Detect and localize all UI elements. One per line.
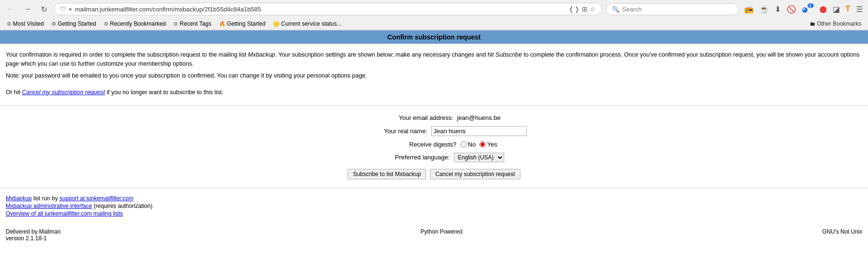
gear-icon-3: ⚙: [104, 21, 109, 27]
nav-bar: ← → ↻ 🛡 ● mailman.junkemailfilter.com/co…: [0, 0, 868, 18]
footer-link-3-row: Overview of all junkemailfilter.com mail…: [6, 210, 862, 217]
digest-label: Receive digests?: [371, 141, 457, 148]
gear-icon-4: ⚙: [173, 21, 178, 27]
search-input[interactable]: [622, 6, 733, 13]
python-powered: Python Powered: [420, 228, 462, 242]
delivered-line1: Delivered by Mailman: [6, 228, 60, 235]
digest-yes-radio[interactable]: [479, 141, 486, 147]
name-label: Your real name:: [342, 128, 428, 135]
bookmark-recently-bookmarked[interactable]: ⚙ Recently Bookmarked: [101, 20, 169, 28]
page-content: Confirm subscription request Your confir…: [0, 30, 868, 244]
search-bar-container: 🔍: [606, 3, 739, 15]
digest-row: Receive digests? No Yes: [371, 141, 498, 148]
bookmark-most-visited-label: Most Visited: [13, 20, 44, 27]
gnu-not-unix: GNU's Not Unix: [822, 228, 862, 242]
button-row: Subscribe to list Mxbackup Cancel my sub…: [348, 169, 520, 179]
cancel-text: Or hit Cancel my subscription request if…: [6, 89, 862, 96]
digest-radio-group: No Yes: [460, 141, 498, 148]
bookmark-recent-tags[interactable]: ⚙ Recent Tags: [170, 20, 214, 28]
firefox-icon: 🔥: [219, 21, 226, 27]
page-header: Confirm subscription request: [0, 30, 868, 44]
search-icon: 🔍: [612, 6, 619, 13]
bookmarks-bar: ⚙ Most Visited ⚙ Getting Started ⚙ Recen…: [0, 18, 868, 30]
address-bar-icons: ❬❭ ⊞ ☆: [569, 5, 596, 13]
divider-top: [0, 105, 868, 106]
browser-chrome: ← → ↻ 🛡 ● mailman.junkemailfilter.com/co…: [0, 0, 868, 30]
security-icon: 🛡: [60, 6, 66, 12]
subscribe-button[interactable]: Subscribe to list Mxbackup: [348, 169, 426, 179]
pocket-icon[interactable]: ☕: [758, 3, 770, 15]
extension-badge-icon[interactable]: ◕1: [800, 4, 815, 15]
bookmark-getting-started-1-label: Getting Started: [58, 20, 96, 27]
digest-no-radio[interactable]: [460, 141, 467, 147]
cancel-link-top[interactable]: Cancel my subscription request: [22, 89, 105, 96]
lang-select[interactable]: English (USA) French German Spanish: [454, 153, 504, 162]
footer-bottom: Delivered by Mailman version 2.1.18-1 Py…: [0, 226, 868, 244]
back-button[interactable]: ←: [4, 4, 17, 14]
address-bar[interactable]: 🛡 ● mailman.junkemailfilter.com/confirm/…: [54, 3, 602, 15]
email-value: jean@huens.be: [457, 114, 500, 121]
lang-label: Preferred language:: [364, 154, 450, 161]
delivered-info: Delivered by Mailman version 2.1.18-1: [6, 228, 60, 242]
gear-icon-2: ⚙: [51, 21, 56, 27]
bookmark-current-service[interactable]: 🟡 Current service status...: [270, 20, 344, 28]
email-label: Your email address:: [368, 114, 453, 121]
digest-yes-label: Yes: [479, 141, 497, 148]
support-link[interactable]: support at junkemailfilter.com: [60, 195, 133, 202]
orange-icon: 🟡: [273, 21, 279, 27]
footer-links: Mxbackup list run by support at junkemai…: [6, 195, 862, 217]
page-footer: Mxbackup list run by support at junkemai…: [0, 192, 868, 221]
name-row: Your real name:: [342, 126, 527, 136]
form-section: Your email address: jean@huens.be Your r…: [0, 109, 868, 184]
code-icon[interactable]: ❬❭: [569, 5, 580, 13]
overview-link[interactable]: Overview of all junkemailfilter.com mail…: [6, 210, 123, 217]
intro-paragraph: Your confirmation is required in order t…: [6, 50, 862, 69]
extension-red-icon[interactable]: ⬤: [818, 4, 828, 14]
folder-icon: 🖿: [810, 20, 816, 27]
star-icon[interactable]: ☆: [589, 5, 596, 13]
note-text: Note: your password will be emailed to y…: [6, 72, 862, 79]
reload-button[interactable]: ↻: [38, 4, 50, 15]
email-row: Your email address: jean@huens.be: [368, 114, 500, 121]
admin-link[interactable]: Mxbackup administrative interface: [6, 203, 92, 209]
forward-button[interactable]: →: [21, 4, 34, 14]
name-input[interactable]: [431, 126, 527, 136]
cancel-subscription-button[interactable]: Cancel my subscription request: [430, 169, 520, 179]
footer-link-1-row: Mxbackup list run by support at junkemai…: [6, 195, 862, 202]
bookmark-current-service-label: Current service status...: [281, 20, 341, 27]
site-icon: ●: [69, 6, 72, 12]
other-bookmarks[interactable]: 🖿 Other Bookmarks: [807, 20, 864, 28]
mxbackup-link[interactable]: Mxbackup: [6, 195, 32, 202]
grid-icon[interactable]: ⊞: [582, 5, 588, 13]
bookmark-recently-bookmarked-label: Recently Bookmarked: [110, 20, 166, 27]
bookmark-most-visited[interactable]: ⚙ Most Visited: [4, 20, 47, 28]
other-bookmarks-label: Other Bookmarks: [817, 20, 861, 27]
page-title: Confirm subscription request: [387, 33, 480, 41]
gear-icon-1: ⚙: [7, 21, 11, 27]
footer-link-2-row: Mxbackup administrative interface (requi…: [6, 203, 862, 209]
bookmark-recent-tags-label: Recent Tags: [180, 20, 211, 27]
bookmark-getting-started-1[interactable]: ⚙ Getting Started: [49, 20, 99, 28]
delivered-line2: version 2.1.18-1: [6, 235, 60, 242]
lang-row: Preferred language: English (USA) French…: [364, 153, 504, 162]
page-body: Your confirmation is required in order t…: [0, 48, 868, 101]
menu-button[interactable]: ☰: [855, 3, 864, 15]
bookmark-getting-started-2-label: Getting Started: [227, 20, 266, 27]
profile-icon[interactable]: T: [844, 3, 852, 15]
download-icon[interactable]: ⬇: [773, 3, 782, 15]
extensions-grid-icon[interactable]: ◪: [831, 3, 841, 15]
digest-no-label: No: [460, 141, 476, 148]
bookmark-getting-started-2[interactable]: 🔥 Getting Started: [216, 20, 269, 28]
ublockorigin-icon[interactable]: 🚫: [785, 3, 798, 15]
extensions-icon[interactable]: 📻: [743, 3, 755, 15]
url-text: mailman.junkemailfilter.com/confirm/mxba…: [75, 6, 565, 13]
divider-bottom: [0, 188, 868, 188]
toolbar-icons: 📻 ☕ ⬇ 🚫 ◕1 ⬤ ◪ T ☰: [743, 3, 864, 15]
